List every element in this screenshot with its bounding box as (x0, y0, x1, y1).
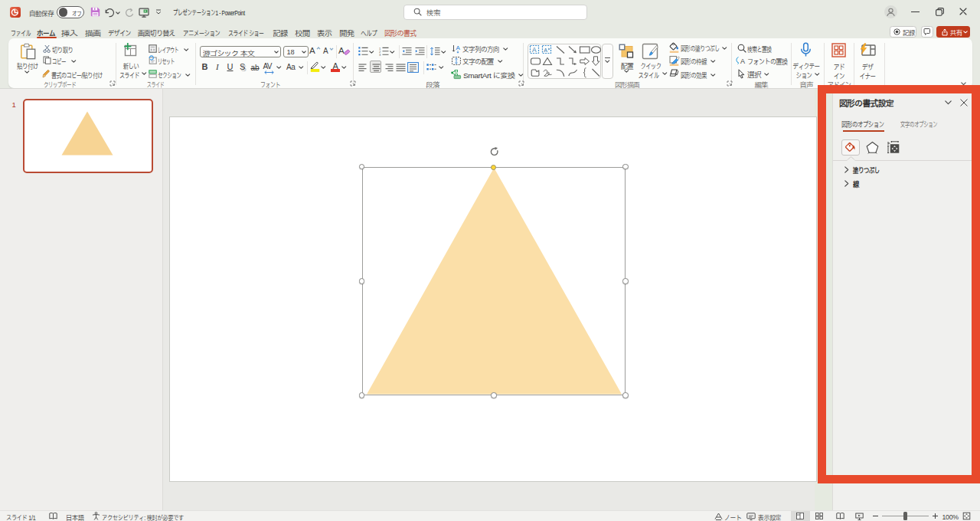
svg-text:A: A (740, 57, 745, 65)
svg-text:A: A (544, 48, 547, 53)
svg-text:A: A (532, 46, 537, 54)
